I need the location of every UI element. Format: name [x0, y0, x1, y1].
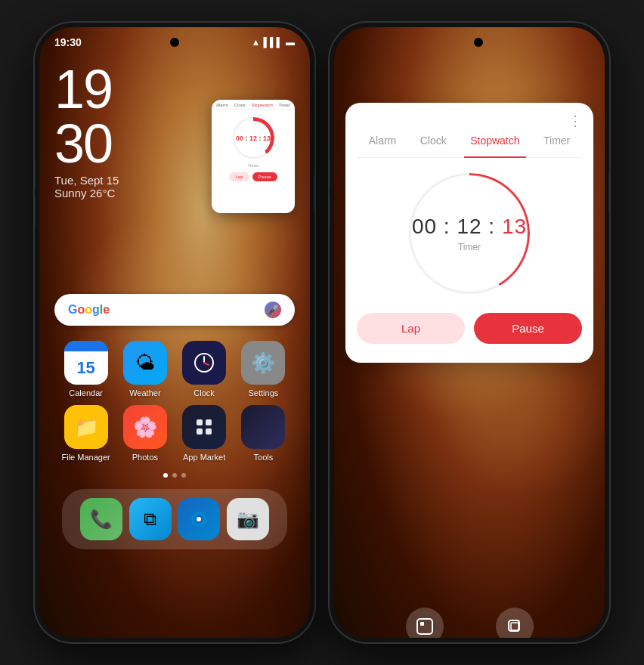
- bottom-nav: [334, 608, 605, 638]
- clock-icon: [182, 341, 226, 385]
- phone2-front-camera: [474, 38, 483, 47]
- clock-label: Clock: [194, 388, 215, 397]
- svg-point-9: [197, 517, 201, 521]
- mini-tab-timer[interactable]: Timer: [279, 103, 290, 107]
- svg-rect-5: [197, 428, 203, 435]
- lap-button[interactable]: Lap: [357, 313, 465, 344]
- status-icons: ▲ ▌▌▌ ▬: [252, 37, 295, 48]
- svg-rect-12: [509, 620, 519, 631]
- svg-rect-6: [206, 428, 212, 435]
- mic-icon[interactable]: 🎤: [265, 302, 281, 318]
- tab-stopwatch[interactable]: Stopwatch: [464, 131, 525, 158]
- signal-icon: ▌▌▌: [263, 37, 283, 48]
- app-item-photos[interactable]: 🌸 Photos: [117, 405, 172, 462]
- tab-clock[interactable]: Clock: [414, 131, 453, 150]
- tools-label: Tools: [254, 453, 274, 462]
- svg-rect-11: [420, 622, 424, 626]
- stopwatch-circle-track: [409, 173, 530, 294]
- status-time: 19:30: [54, 36, 82, 48]
- back-nav-button[interactable]: [406, 608, 444, 638]
- mini-circle: 00 : 12 : 13: [233, 117, 274, 159]
- settings-icon: ⚙️: [241, 341, 285, 385]
- filemanager-label: File Manager: [62, 453, 110, 462]
- appmarket-icon: [182, 405, 226, 449]
- dock-camera[interactable]: 📷: [227, 498, 269, 540]
- phone2-volume-down-button[interactable]: [330, 196, 330, 227]
- stopwatch-circle-container: 00 : 12 : 13 Timer: [357, 173, 582, 294]
- calendar-label: Calendar: [69, 388, 103, 397]
- tab-timer[interactable]: Timer: [537, 131, 576, 150]
- mini-app-preview[interactable]: Alarm Clock Stopwatch Timer 00 : 12 : 13…: [212, 100, 295, 213]
- app-item-tools[interactable]: Tools: [236, 405, 291, 462]
- photos-label: Photos: [132, 453, 158, 462]
- stopwatch-circle: 00 : 12 : 13 Timer: [409, 173, 530, 294]
- stopwatch-tabs: Alarm Clock Stopwatch Timer: [357, 131, 582, 158]
- mini-pause-button[interactable]: Pause: [252, 172, 277, 181]
- weather-icon: 🌤: [123, 341, 167, 385]
- mini-tab-clock[interactable]: Clock: [234, 103, 246, 107]
- mini-circle-progress: [233, 117, 274, 159]
- stopwatch-content: ⋮ Alarm Clock Stopwatch Timer 00 : 12 : …: [334, 57, 605, 638]
- calendar-icon: 15: [64, 341, 108, 385]
- phone2-power-button[interactable]: [608, 174, 609, 212]
- phone-1: 19:30 ▲ ▌▌▌ ▬ 19 30 Tue, Sept 15 Sunny 2…: [35, 23, 314, 642]
- mini-lap-button[interactable]: Lap: [229, 172, 249, 181]
- volume-down-button[interactable]: [35, 196, 36, 227]
- app-item-calendar[interactable]: 15 Calendar: [58, 341, 113, 397]
- tab-alarm[interactable]: Alarm: [363, 131, 403, 150]
- wifi-icon: ▲: [252, 37, 261, 48]
- google-logo: Google: [68, 303, 110, 317]
- app-item-appmarket[interactable]: App Market: [177, 405, 232, 462]
- svg-rect-10: [417, 619, 432, 634]
- mini-tab-alarm[interactable]: Alarm: [216, 103, 228, 107]
- mini-timer-label: Timer: [247, 163, 259, 168]
- app-item-filemanager[interactable]: 📁 File Manager: [58, 405, 113, 462]
- svg-rect-13: [511, 623, 519, 630]
- dot-1[interactable]: [163, 473, 168, 478]
- recent-nav-button[interactable]: [496, 608, 534, 638]
- tools-icon: [241, 405, 285, 449]
- svg-rect-4: [206, 419, 212, 425]
- mini-app-tabs: Alarm Clock Stopwatch Timer: [212, 100, 295, 110]
- appmarket-label: App Market: [183, 453, 225, 462]
- weather-label: Weather: [129, 388, 160, 397]
- app-grid: 15 Calendar 🌤 Weather: [54, 341, 295, 462]
- dot-2[interactable]: [172, 473, 177, 478]
- filemanager-icon: 📁: [64, 405, 108, 449]
- dot-3[interactable]: [181, 473, 186, 478]
- mini-tab-stopwatch[interactable]: Stopwatch: [252, 103, 273, 107]
- dock-phone[interactable]: 📞: [80, 498, 122, 540]
- svg-rect-3: [197, 419, 203, 425]
- svg-line-2: [204, 363, 209, 365]
- dock-browser[interactable]: [178, 498, 220, 540]
- app-item-clock[interactable]: Clock: [177, 341, 232, 397]
- mini-stopwatch: 00 : 12 : 13 Timer Lap Pause: [212, 110, 295, 186]
- dock-multitask[interactable]: ⧉: [129, 498, 172, 540]
- app-item-weather[interactable]: 🌤 Weather: [117, 341, 172, 397]
- stopwatch-card: ⋮ Alarm Clock Stopwatch Timer 00 : 12 : …: [345, 103, 593, 363]
- volume-up-button[interactable]: [35, 159, 36, 189]
- stopwatch-buttons: Lap Pause: [357, 313, 582, 344]
- dock: 📞 ⧉ 📷: [62, 489, 287, 549]
- search-bar[interactable]: Google 🎤: [54, 294, 295, 326]
- page-dots: [54, 473, 295, 478]
- front-camera: [170, 38, 179, 47]
- battery-icon: ▬: [286, 37, 295, 48]
- power-button[interactable]: [314, 174, 314, 212]
- mini-buttons: Lap Pause: [229, 172, 277, 181]
- phone-2: ⋮ Alarm Clock Stopwatch Timer 00 : 12 : …: [330, 23, 609, 642]
- photos-icon: 🌸: [123, 405, 167, 449]
- more-icon[interactable]: ⋮: [357, 114, 582, 128]
- phone2-status-bar: [334, 27, 605, 57]
- pause-button[interactable]: Pause: [474, 313, 582, 344]
- phone2-volume-up-button[interactable]: [330, 159, 330, 189]
